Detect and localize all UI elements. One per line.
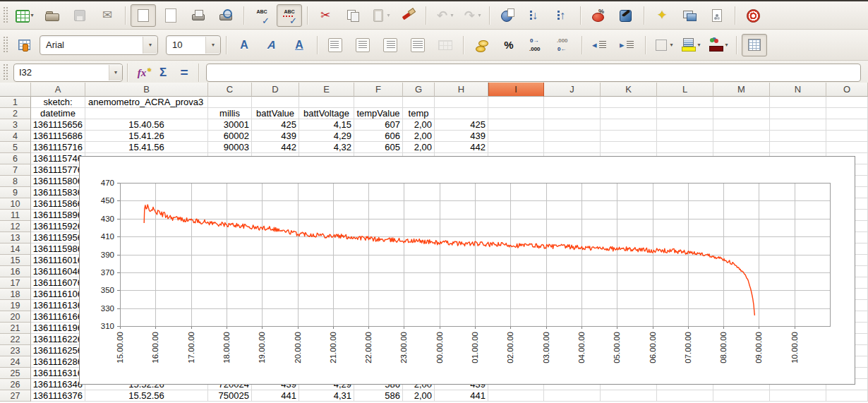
font-name-combo[interactable]: Arial▾ [40, 35, 158, 55]
cell-I4[interactable] [488, 131, 544, 142]
cell-H27[interactable]: 441 [435, 390, 488, 402]
row-header-10[interactable]: 10 [0, 198, 31, 210]
equals-button[interactable]: = [174, 63, 194, 83]
help-button[interactable] [740, 4, 766, 27]
row-header-7[interactable]: 7 [0, 164, 31, 176]
cell-O1[interactable] [826, 97, 868, 108]
cell-G1[interactable] [403, 97, 435, 108]
clone-formatting-button[interactable] [395, 4, 421, 27]
column-header-J[interactable]: J [544, 83, 601, 97]
cell-A3[interactable]: 1361115656 [31, 119, 85, 131]
align-left-button[interactable] [323, 34, 348, 56]
column-header-A[interactable]: A [31, 83, 85, 97]
cell-A24[interactable]: 1361116286 [31, 356, 85, 368]
cut-button[interactable]: ✂ [313, 4, 338, 27]
row-header-5[interactable]: 5 [0, 142, 31, 153]
font-name-combo-dropdown[interactable]: ▾ [143, 37, 157, 54]
cell-K27[interactable] [601, 390, 657, 402]
cell-H5[interactable]: 442 [435, 142, 488, 153]
cell-A14[interactable]: 1361115986 [31, 243, 85, 255]
row-header-12[interactable]: 12 [0, 221, 31, 232]
cell-N3[interactable] [770, 119, 826, 131]
cell-B4[interactable]: 15.41.26 [85, 131, 208, 142]
font-color-button[interactable]: ▾ [706, 34, 731, 56]
italic-button[interactable]: A [259, 34, 284, 56]
borders-button-dropdown[interactable]: ▾ [670, 42, 673, 49]
cell-E3[interactable]: 4,15 [299, 119, 354, 131]
cell-K4[interactable] [601, 131, 657, 142]
cell-O27[interactable] [826, 390, 868, 402]
row-header-6[interactable]: 6 [0, 153, 31, 164]
cell-A20[interactable]: 1361116166 [31, 311, 85, 323]
percent-button[interactable]: % [496, 34, 522, 56]
row-header-26[interactable]: 26 [0, 379, 31, 390]
styles-button[interactable] [12, 34, 37, 56]
cell-F5[interactable]: 605 [354, 142, 403, 153]
cell-A13[interactable]: 1361115956 [31, 232, 85, 243]
cell-A17[interactable]: 1361116076 [31, 277, 85, 289]
cell-L3[interactable] [657, 119, 713, 131]
cell-M3[interactable] [713, 119, 770, 131]
cell-A9[interactable]: 1361115836 [31, 187, 85, 198]
cell-B1[interactable]: anemometro_ACRA_prova3 [85, 97, 208, 108]
export-pdf-button[interactable]: PDF [158, 4, 183, 27]
sort-descending-button[interactable]: ↓ [522, 4, 548, 27]
column-header-F[interactable]: F [354, 83, 403, 97]
cell-N1[interactable] [770, 97, 826, 108]
cell-C2[interactable]: millis [208, 108, 252, 119]
cell-I5[interactable] [488, 142, 544, 153]
cell-A5[interactable]: 1361115716 [31, 142, 85, 153]
row-header-21[interactable]: 21 [0, 323, 31, 334]
cell-O4[interactable] [826, 131, 868, 142]
column-header-M[interactable]: M [713, 83, 770, 97]
cell-D1[interactable] [252, 97, 299, 108]
cell-H4[interactable]: 439 [435, 131, 488, 142]
cell-J1[interactable] [544, 97, 601, 108]
font-color-button-dropdown[interactable]: ▾ [725, 42, 728, 49]
cell-L1[interactable] [657, 97, 713, 108]
name-box-dropdown[interactable]: ▾ [109, 65, 122, 80]
cell-C3[interactable]: 30001 [208, 119, 252, 131]
cell-M1[interactable] [713, 97, 770, 108]
cell-N4[interactable] [770, 131, 826, 142]
row-header-11[interactable]: 11 [0, 210, 31, 221]
cell-D27[interactable]: 441 [252, 390, 299, 402]
cell-M5[interactable] [713, 142, 770, 153]
cell-A8[interactable]: 1361115806 [31, 176, 85, 187]
autospellcheck-button[interactable]: ABC [277, 4, 302, 27]
row-header-27[interactable]: 27 [0, 390, 31, 402]
function-wizard-button[interactable]: fx [132, 63, 152, 83]
cell-A7[interactable]: 1361115776 [31, 164, 85, 176]
column-header-B[interactable]: B [85, 83, 208, 97]
cell-M4[interactable] [713, 131, 770, 142]
gallery-button[interactable] [677, 4, 702, 27]
cell-E2[interactable]: battVoltage [299, 108, 354, 119]
cell-A4[interactable]: 1361115686 [31, 131, 85, 142]
cell-E27[interactable]: 4,31 [299, 390, 354, 402]
add-decimal-button[interactable] [524, 34, 549, 56]
cell-H3[interactable]: 425 [435, 119, 488, 131]
cell-L5[interactable] [657, 142, 713, 153]
new-document-button[interactable]: ▾ [12, 4, 37, 27]
cell-B5[interactable]: 15.41.56 [85, 142, 208, 153]
align-center-button[interactable] [350, 34, 375, 56]
edit-file-button[interactable]: ✎ [131, 4, 156, 27]
cell-A16[interactable]: 1361116046 [31, 266, 85, 277]
cell-G4[interactable]: 2,00 [403, 131, 435, 142]
background-color-button[interactable]: ▾ [678, 34, 704, 56]
row-header-23[interactable]: 23 [0, 345, 31, 356]
cell-J5[interactable] [544, 142, 601, 153]
cell-K1[interactable] [601, 97, 657, 108]
cell-A15[interactable]: 1361116016 [31, 255, 85, 266]
cell-F3[interactable]: 607 [354, 119, 403, 131]
print-button[interactable] [186, 4, 211, 27]
cell-F1[interactable] [354, 97, 403, 108]
cell-B27[interactable]: 15.52.56 [85, 390, 208, 402]
cell-A25[interactable]: 1361116316 [31, 368, 85, 379]
cell-H2[interactable] [435, 108, 488, 119]
select-all-corner[interactable] [0, 83, 31, 97]
cell-A22[interactable]: 1361116226 [31, 334, 85, 345]
sort-ascending-button[interactable]: ↑ [550, 4, 575, 27]
column-header-D[interactable]: D [252, 83, 299, 97]
row-header-17[interactable]: 17 [0, 277, 31, 289]
